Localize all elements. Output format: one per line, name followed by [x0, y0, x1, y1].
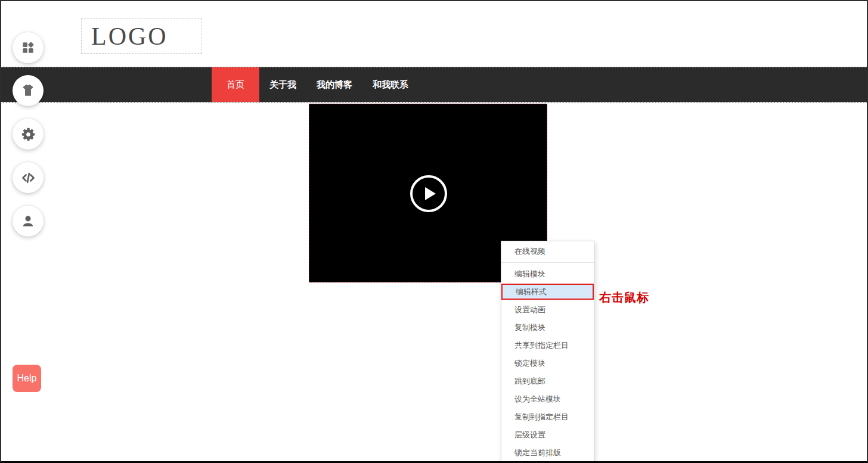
code-button[interactable]	[13, 162, 44, 193]
context-menu: 在线视频 编辑模块 编辑样式 设置动画 复制模块 共享到指定栏目 锁定模块 跳到…	[501, 241, 594, 463]
play-icon	[425, 187, 436, 200]
gear-icon	[20, 126, 36, 142]
help-button[interactable]: Help	[13, 365, 41, 392]
context-menu-item-jump-to-bottom[interactable]: 跳到底部	[501, 372, 594, 390]
context-menu-item-set-sitewide-module[interactable]: 设为全站模块	[501, 390, 594, 408]
nav-links: 关于我 我的博客 和我联系	[259, 67, 418, 102]
context-menu-item-lock-module[interactable]: 锁定模块	[501, 355, 594, 372]
site-navbar: 首页 关于我 我的博客 和我联系	[1, 67, 868, 102]
modules-grid-icon	[20, 40, 36, 55]
tshirt-icon	[20, 83, 36, 98]
context-menu-item-edit-module[interactable]: 编辑模块	[501, 265, 594, 283]
play-button[interactable]	[410, 175, 447, 212]
logo-text: LOGO	[82, 24, 168, 49]
account-button[interactable]	[13, 206, 44, 237]
context-menu-item-copy-to-column[interactable]: 复制到指定栏目	[501, 408, 594, 426]
menu-separator	[501, 262, 594, 263]
context-menu-item-edit-style[interactable]: 编辑样式	[501, 284, 594, 300]
logo-module[interactable]: LOGO	[81, 18, 202, 54]
settings-button[interactable]	[13, 119, 44, 150]
context-menu-item-layer-settings[interactable]: 层级设置	[501, 426, 594, 444]
context-menu-item-set-animation[interactable]: 设置动画	[501, 301, 594, 319]
modules-button[interactable]	[13, 32, 44, 63]
nav-item-about[interactable]: 关于我	[259, 79, 306, 91]
nav-item-blog[interactable]: 我的博客	[306, 79, 362, 91]
nav-item-contact[interactable]: 和我联系	[362, 79, 418, 91]
template-button[interactable]	[13, 75, 44, 106]
editor-page: LOGO	[0, 0, 868, 463]
context-menu-item-copy-module[interactable]: 复制模块	[501, 319, 594, 337]
nav-item-home[interactable]: 首页	[212, 67, 259, 102]
code-icon	[20, 170, 36, 186]
user-icon	[20, 213, 36, 229]
context-menu-item-online-video[interactable]: 在线视频	[501, 243, 594, 260]
right-click-annotation: 右击鼠标	[599, 290, 649, 306]
context-menu-item-lock-current-layout[interactable]: 锁定当前排版	[501, 444, 594, 462]
context-menu-item-share-to-column[interactable]: 共享到指定栏目	[501, 337, 594, 355]
